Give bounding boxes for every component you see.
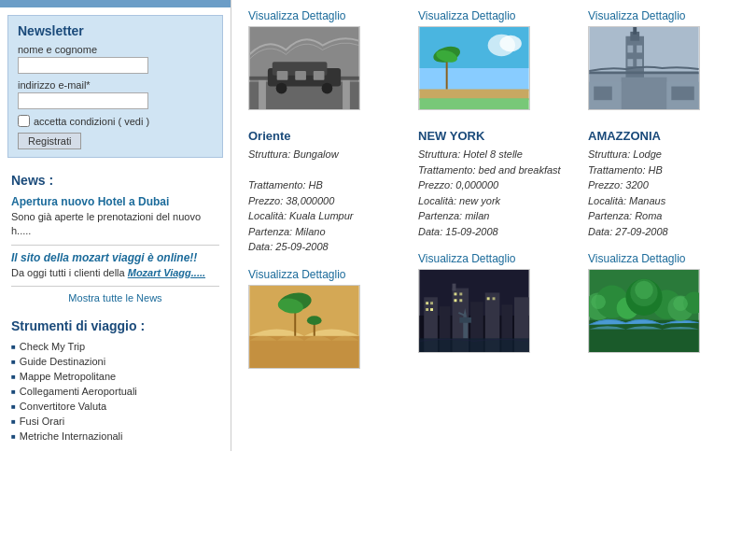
name-input[interactable] — [18, 57, 148, 74]
svg-rect-26 — [627, 59, 633, 66]
trip-name-ny: NEW YORK — [418, 129, 569, 143]
svg-point-17 — [499, 35, 521, 52]
svg-rect-61 — [459, 299, 462, 302]
trip-cell-1-2: Visualizza Dettaglio — [409, 4, 579, 120]
trip-image-amazon — [588, 269, 700, 353]
visualizza-link-1-3[interactable]: Visualizza Dettaglio — [588, 9, 739, 22]
news-item-2-title[interactable]: Il sito della mozart viaggi è online!! — [11, 251, 219, 264]
trip-cell-2-3: AMAZZONIA Struttura: Lodge Trattamento: … — [579, 123, 749, 378]
strumenti-section: Strumenti di viaggio : Check My Trip Gui… — [0, 311, 231, 451]
trip-details-oriente: Struttura: Bungalow Trattamento: HB Prez… — [248, 147, 399, 255]
mappe-metropolitane-link[interactable]: Mappe Metropolitane — [20, 371, 116, 382]
mozart-link[interactable]: Mozart Viagg..... — [128, 267, 205, 278]
svg-rect-27 — [637, 59, 642, 66]
news-divider-1 — [11, 245, 219, 246]
svg-rect-35 — [671, 87, 693, 101]
row-1-links: Visualizza Dettaglio Visualizza Dettagli… — [239, 4, 749, 120]
check-my-trip-link[interactable]: Check My Trip — [20, 341, 85, 352]
metriche-internazionali-link[interactable]: Metriche Internazionali — [20, 430, 123, 442]
name-label: nome e cognome — [18, 44, 213, 55]
trip-details-ny: Struttura: Hotel 8 stelle Trattamento: b… — [418, 147, 569, 239]
convertitore-valuta-link[interactable]: Convertitore Valuta — [20, 401, 106, 412]
collegamenti-aeroportuali-link[interactable]: Collegamenti Aeroportuali — [20, 386, 137, 397]
svg-point-42 — [307, 316, 322, 325]
strumenti-item-3: Collegamenti Aeroportuali — [11, 384, 219, 399]
trip-details-amazzonia: Struttura: Lodge Trattamento: HB Prezzo:… — [588, 147, 739, 239]
trip-image-beach — [418, 26, 530, 110]
svg-rect-13 — [419, 68, 528, 91]
news-item-1: Apertura nuovo Hotel a Dubai Sono già ap… — [11, 195, 219, 239]
svg-rect-3 — [343, 78, 350, 109]
trip-cell-1-3: Visualizza Dettaglio — [579, 4, 749, 120]
email-label: indirizzo e-mail* — [18, 79, 213, 91]
strumenti-item-1: Guide Destinazioni — [11, 354, 219, 369]
guide-destinazioni-link[interactable]: Guide Destinazioni — [20, 356, 105, 367]
checkbox-row: accetta condizioni ( vedi ) — [18, 115, 213, 127]
mostra-tutte-link[interactable]: Mostra tutte le News — [11, 292, 219, 303]
trip-image-ny — [418, 269, 530, 353]
svg-rect-60 — [454, 299, 456, 302]
svg-rect-37 — [249, 335, 358, 367]
trip-image-train — [248, 26, 360, 110]
svg-rect-59 — [459, 292, 462, 295]
news-item-1-title[interactable]: Apertura nuovo Hotel a Dubai — [11, 195, 219, 208]
newsletter-section: Newsletter nome e cognome indirizzo e-ma… — [7, 15, 223, 158]
svg-rect-28 — [627, 46, 633, 53]
svg-rect-15 — [419, 98, 528, 109]
news-item-1-text: Sono già aperte le prenotazioni del nuov… — [11, 210, 219, 239]
news-title: News : — [11, 173, 219, 188]
trip-cell-2-1: Oriente Struttura: Bungalow Trattamento:… — [239, 123, 409, 378]
svg-rect-55 — [430, 302, 433, 304]
svg-rect-29 — [637, 46, 642, 53]
svg-rect-9 — [314, 71, 325, 80]
svg-rect-65 — [459, 317, 471, 323]
news-item-2: Il sito della mozart viaggi è online!! D… — [11, 251, 219, 280]
email-input[interactable] — [18, 92, 148, 109]
svg-rect-25 — [633, 27, 637, 35]
trip-name-amazzonia: AMAZZONIA — [588, 129, 739, 143]
strumenti-item-2: Mappe Metropolitane — [11, 369, 219, 384]
svg-rect-63 — [493, 297, 496, 300]
svg-rect-7 — [277, 71, 288, 80]
registrati-button[interactable]: Registrati — [18, 133, 81, 149]
trip-cell-1-1: Visualizza Dettaglio — [239, 4, 409, 120]
svg-rect-54 — [426, 302, 428, 304]
svg-rect-67 — [419, 338, 528, 352]
terms-label: accetta condizioni ( vedi ) — [34, 116, 149, 127]
main-content: Visualizza Dettaglio Visualizza Dettagli… — [231, 0, 756, 451]
news-divider-2 — [11, 286, 219, 287]
sidebar: Newsletter nome e cognome indirizzo e-ma… — [0, 0, 231, 451]
strumenti-title: Strumenti di viaggio : — [11, 318, 219, 333]
visualizza-link-2-1[interactable]: Visualizza Dettaglio — [248, 268, 399, 281]
svg-rect-56 — [426, 308, 428, 311]
svg-rect-49 — [453, 284, 456, 291]
svg-rect-8 — [295, 71, 306, 80]
svg-point-78 — [591, 294, 606, 309]
visualizza-link-2-2[interactable]: Visualizza Dettaglio — [418, 252, 569, 265]
trip-image-london — [588, 26, 700, 110]
strumenti-item-0: Check My Trip — [11, 339, 219, 354]
trip-name-oriente: Oriente — [248, 129, 399, 143]
row-2: Oriente Struttura: Bungalow Trattamento:… — [239, 123, 749, 378]
newsletter-title: Newsletter — [18, 23, 213, 38]
visualizza-link-1-2[interactable]: Visualizza Dettaglio — [418, 9, 569, 22]
terms-checkbox[interactable] — [18, 115, 30, 127]
visualizza-link-1-1[interactable]: Visualizza Dettaglio — [248, 9, 399, 22]
svg-rect-34 — [594, 87, 612, 101]
svg-point-79 — [635, 281, 653, 300]
strumenti-list: Check My Trip Guide Destinazioni Mappe M… — [11, 339, 219, 444]
svg-rect-30 — [622, 78, 667, 109]
trip-image-desert — [248, 285, 360, 369]
svg-point-80 — [673, 296, 688, 311]
svg-point-11 — [322, 83, 333, 94]
strumenti-item-4: Convertitore Valuta — [11, 399, 219, 414]
svg-rect-69 — [589, 320, 698, 352]
trip-cell-2-2: NEW YORK Struttura: Hotel 8 stelle Tratt… — [409, 123, 579, 378]
svg-rect-64 — [463, 320, 468, 339]
svg-rect-2 — [259, 78, 266, 109]
strumenti-item-5: Fusi Orari — [11, 414, 219, 429]
visualizza-link-2-3[interactable]: Visualizza Dettaglio — [588, 252, 739, 265]
svg-rect-62 — [487, 297, 490, 300]
fusi-orari-link[interactable]: Fusi Orari — [20, 416, 64, 427]
svg-point-10 — [276, 83, 287, 94]
